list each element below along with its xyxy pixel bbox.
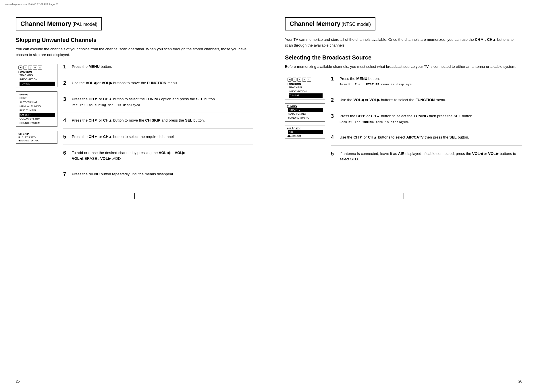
ntsc-step-4: 4 Use the CH▼ or CH▲ buttons to select A… [331, 134, 522, 146]
tuning-chskip: CH SKIP [20, 113, 55, 117]
ntsc-tracking: TRACKING [289, 85, 323, 89]
step-2-number: 2 [63, 80, 68, 87]
ntsc-step-4-number: 4 [331, 134, 336, 141]
tuning-menu-box: TUNING SORT AUTO TUNING MANUAL TUNING FI… [16, 91, 57, 127]
step-1-number: 1 [63, 64, 68, 70]
ntsc-step-1-result: Result: The : PICTURE menu is displayed. [340, 83, 415, 86]
function-items: TRACKING INFORMATION TUNING [18, 73, 55, 86]
ntsc-information: INFORMATION [289, 89, 323, 93]
reg-mark-top-left [5, 5, 11, 11]
ntsc-icon-down: ▼ [302, 78, 306, 82]
step-4-number: 4 [63, 118, 68, 124]
step-1: 1 Press the MENU button. [63, 64, 253, 75]
ntsc-step-5: 5 If antenna is connected, leave it as A… [331, 151, 522, 167]
step-6-number: 6 [63, 150, 68, 156]
ntsc-tuning: TUNING [289, 93, 323, 97]
ntsc-function-box: ◀ ▷ ▲ ▼ □ FUNCTION TRACKING INFORMATION … [285, 76, 325, 99]
chskip-actions: ◀: ERASE ▶: ADD [18, 139, 55, 142]
step-5: 5 Press the CH▼ or CH▲ button to select … [63, 134, 253, 145]
ntsc-step-5-number: 5 [331, 151, 336, 157]
left-page: neovalley-common 12/6/00 12:09 PM Page 2… [0, 0, 269, 392]
reg-mark-top-right [527, 5, 533, 11]
tuning-items: SORT AUTO TUNING MANUAL TUNING FINE TUNI… [18, 96, 55, 125]
ntsc-icon-sel: □ [307, 78, 311, 82]
ntsc-steps-area: ◀ ▷ ▲ ▼ □ FUNCTION TRACKING INFORMATION … [285, 76, 522, 172]
menu-icon-row: ◀ ▷ ▲ ▼ □ [18, 66, 55, 70]
tuning-label: TUNING [18, 93, 55, 96]
tuning-sound: SOUND SYSTEM [20, 121, 55, 125]
chskip-header: CH SKIP [18, 132, 55, 135]
ntsc-manual-tuning: MANUAL TUNING [288, 116, 323, 120]
tuning-auto: AUTO TUNING [20, 100, 55, 104]
step-2-content: Use the VOL◀ or VOL▶ buttons to move the… [72, 80, 253, 86]
step-1-content: Press the MENU button. [72, 64, 253, 70]
step-7-number: 7 [63, 171, 68, 178]
icon-sel: □ [38, 66, 42, 70]
left-intro: You can exclude the channels of your cho… [16, 46, 253, 57]
ntsc-step-4-content: Use the CH▼ or CH▲ buttons to select AIR… [340, 134, 522, 140]
step-3-result: Result: The tuning menu is displayed. [72, 103, 142, 107]
ntsc-select-hint: ◀ ▶: SELECT [287, 135, 323, 137]
ntsc-menu-diagrams: ◀ ▷ ▲ ▼ □ FUNCTION TRACKING INFORMATION … [285, 76, 325, 172]
ntsc-function-label: FUNCTION [288, 82, 323, 85]
step-2: 2 Use the VOL◀ or VOL▶ buttons to move t… [63, 80, 253, 91]
right-page: Channel Memory (NTSC model) Your TV can … [269, 0, 538, 392]
right-sub-heading: Selecting the Broadcast Source [285, 54, 522, 61]
right-title: Channel Memory [290, 20, 340, 27]
ntsc-air-item: AIR [288, 130, 323, 134]
ntsc-step-1-content: Press the MENU button. Result: The : PIC… [340, 76, 522, 87]
step-7: 7 Press the MENU button repeatedly until… [63, 171, 253, 182]
chskip-row: P 6 ERASED [18, 136, 55, 139]
ntsc-step-3-content: Press the CH▼ or CH▲ button to select th… [340, 113, 522, 124]
step-3-content: Press the CH▼ or CH▲ button to select th… [72, 96, 253, 107]
file-info: neovalley-common 12/6/00 12:09 PM Page 2… [5, 3, 58, 6]
ntsc-icon-row: ◀ ▷ ▲ ▼ □ [288, 78, 323, 82]
ntsc-step-5-content: If antenna is connected, leave it as AIR… [340, 151, 522, 162]
ntsc-icon-right: ▷ [292, 78, 296, 82]
left-steps-list: 1 Press the MENU button. 2 Use the VOL◀ … [63, 64, 253, 187]
ntsc-intro: Your TV can memorize and store all of th… [285, 37, 522, 48]
left-title: Channel Memory [20, 20, 71, 27]
reg-mark-center-right [401, 193, 406, 199]
function-menu-box: ◀ ▷ ▲ ▼ □ FUNCTION TRACKING INFORMATION … [16, 64, 57, 87]
step-3-number: 3 [63, 96, 68, 103]
icon-vol-left: ◀ [18, 66, 22, 70]
step-7-content: Press the MENU button repeatedly until t… [72, 171, 253, 177]
icon-ch-down: ▼ [33, 66, 37, 70]
chskip-box: CH SKIP P 6 ERASED ◀: ERASE ▶: ADD [16, 131, 57, 144]
chskip-erased: ERASED [25, 136, 36, 139]
menu-item-tuning: TUNING [20, 82, 55, 86]
tuning-sort: SORT [20, 96, 55, 100]
ntsc-step-2-number: 2 [331, 97, 336, 103]
ntsc-step-3: 3 Press the CH▼ or CH▲ button to select … [331, 113, 522, 129]
step-4: 4 Press the CH▼ or CH▲ button to move th… [63, 118, 253, 129]
tuning-color: COLOR SYSTEM [20, 117, 55, 121]
left-menu-diagrams: ◀ ▷ ▲ ▼ □ FUNCTION TRACKING INFORMATION … [16, 64, 57, 187]
right-sub-intro: Before memorizing available channels, yo… [285, 64, 522, 70]
menu-item-information: INFORMATION [20, 77, 55, 81]
ntsc-function-items: TRACKING INFORMATION TUNING [288, 85, 323, 98]
ntsc-aircatv-box: AIR / CATV AIR ◀ ▶: SELECT [285, 126, 325, 139]
ntsc-step-2-content: Use the VOL◀ or VOL▶ buttons to select t… [340, 97, 522, 103]
tuning-manual: MANUAL TUNING [20, 104, 55, 108]
ntsc-steps-list: 1 Press the MENU button. Result: The : P… [331, 76, 522, 172]
reg-mark-bottom-left [5, 381, 11, 387]
icon-ch-up: ▲ [28, 66, 32, 70]
chskip-p: P [18, 136, 20, 139]
step-5-number: 5 [63, 134, 68, 140]
step-5-content: Press the CH▼ or CH▲ button to select th… [72, 134, 253, 140]
ntsc-aircatv-items: AIR [287, 130, 323, 134]
left-steps-area: ◀ ▷ ▲ ▼ □ FUNCTION TRACKING INFORMATION … [16, 64, 253, 187]
ntsc-step-2: 2 Use the VOL◀ or VOL▶ buttons to select… [331, 97, 522, 108]
left-sub-heading: Skipping Unwanted Channels [16, 37, 253, 43]
ntsc-icon-left: ◀ [288, 78, 292, 82]
icon-vol-right: ▷ [23, 66, 27, 70]
step-6-content: To add or erase the desired channel by p… [72, 150, 253, 161]
step-4-content: Press the CH▼ or CH▲ button to move the … [72, 118, 253, 123]
menu-item-tracking: TRACKING [20, 73, 55, 77]
page-number-left: 25 [16, 379, 20, 383]
left-section-header: Channel Memory (PAL model) [16, 17, 102, 30]
function-label: FUNCTION [18, 70, 55, 73]
ntsc-tuning-items: AIR/CATV AUTO TUNING MANUAL TUNING [287, 108, 323, 120]
tuning-fine: FINE TUNING [20, 108, 55, 112]
